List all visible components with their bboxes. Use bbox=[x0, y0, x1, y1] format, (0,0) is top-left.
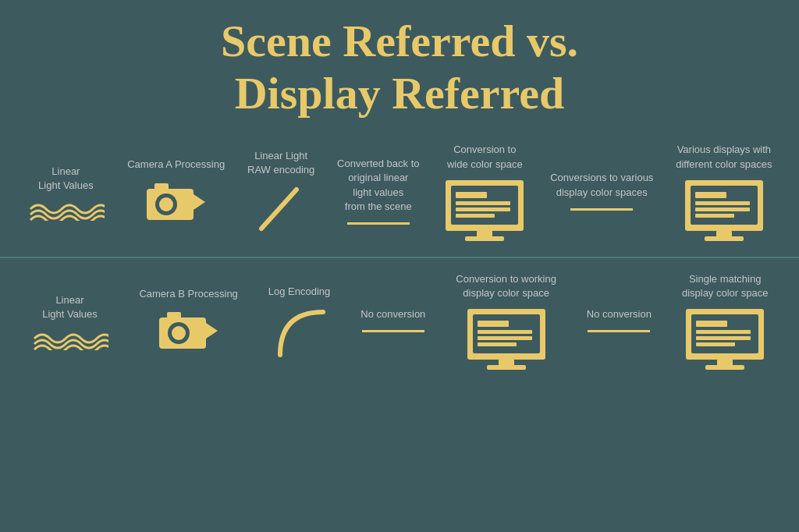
label-working-display: Conversion to workingdisplay color space bbox=[456, 272, 556, 300]
top-row: LinearLight Values Camera A Processing L… bbox=[0, 135, 799, 250]
svg-rect-29 bbox=[478, 321, 509, 327]
col-camera-a: Camera A Processing bbox=[127, 158, 225, 227]
svg-rect-33 bbox=[499, 360, 514, 366]
svg-rect-31 bbox=[478, 336, 532, 340]
label-raw-encoding-top: Linear LightRAW encoding bbox=[247, 149, 314, 177]
label-no-conversion-2: No conversion bbox=[587, 307, 652, 321]
title-line2: Display Referred bbox=[0, 68, 799, 120]
raw-encoding-icon bbox=[254, 182, 308, 236]
svg-rect-8 bbox=[456, 192, 487, 198]
svg-rect-12 bbox=[477, 231, 492, 237]
col-no-conversion-2: No conversion bbox=[587, 307, 652, 336]
svg-rect-39 bbox=[696, 336, 751, 340]
svg-rect-19 bbox=[695, 214, 734, 218]
svg-rect-10 bbox=[456, 207, 510, 211]
label-no-conversion-1: No conversion bbox=[360, 307, 425, 321]
svg-rect-40 bbox=[696, 342, 735, 346]
log-encoding-icon bbox=[272, 304, 327, 359]
svg-rect-3 bbox=[154, 183, 169, 191]
row-divider bbox=[0, 257, 799, 258]
col-log-encoding: Log Encoding bbox=[268, 285, 331, 358]
wave-icon-top bbox=[27, 197, 105, 221]
col-monitor2-top: Various displays withdifferent color spa… bbox=[676, 143, 772, 242]
col-conversions-various: Conversions to variousdisplay color spac… bbox=[550, 171, 653, 214]
svg-rect-34 bbox=[487, 365, 526, 370]
label-converted-back: Converted back tooriginal linearlight va… bbox=[337, 157, 420, 214]
label-wide-color: Conversion towide color space bbox=[447, 143, 523, 171]
title-line1: Scene Referred vs. bbox=[0, 16, 799, 68]
svg-rect-21 bbox=[705, 236, 744, 241]
svg-rect-9 bbox=[456, 201, 510, 205]
monitor2-icon bbox=[681, 176, 767, 243]
svg-rect-30 bbox=[478, 330, 532, 334]
svg-rect-42 bbox=[705, 365, 744, 370]
svg-rect-25 bbox=[167, 312, 181, 320]
col-linear-light-bottom: LinearLight Values bbox=[30, 293, 108, 349]
svg-rect-37 bbox=[696, 321, 727, 327]
bottom-row: LinearLight Values Camera B Processing L… bbox=[0, 264, 799, 379]
sep-line-1 bbox=[347, 222, 410, 225]
sep-line-3 bbox=[362, 330, 424, 332]
title-area: Scene Referred vs. Display Referred bbox=[0, 0, 799, 127]
monitor3-icon bbox=[463, 305, 549, 371]
svg-marker-4 bbox=[194, 194, 205, 210]
label-conversions-various: Conversions to variousdisplay color spac… bbox=[550, 171, 653, 199]
col-camera-b: Camera B Processing bbox=[139, 287, 237, 356]
label-various-displays: Various displays withdifferent color spa… bbox=[676, 143, 772, 171]
svg-rect-20 bbox=[716, 231, 732, 237]
label-camera-b: Camera B Processing bbox=[139, 287, 237, 301]
svg-line-5 bbox=[261, 190, 297, 229]
camera-b-icon bbox=[155, 306, 222, 356]
svg-rect-13 bbox=[465, 236, 504, 241]
svg-rect-16 bbox=[695, 192, 726, 198]
monitor1-icon bbox=[442, 176, 527, 243]
camera-a-icon bbox=[143, 177, 209, 228]
svg-rect-32 bbox=[478, 342, 517, 346]
col-linear-light-top: LinearLight Values bbox=[27, 165, 105, 221]
label-linear-light-bottom: LinearLight Values bbox=[42, 293, 98, 321]
sep-line-2 bbox=[570, 208, 633, 211]
label-linear-light-top: LinearLight Values bbox=[38, 165, 94, 193]
sep-line-4 bbox=[588, 330, 650, 332]
col-raw-encoding-top: Linear LightRAW encoding bbox=[247, 149, 314, 236]
col-monitor1-top: Conversion towide color space bbox=[442, 143, 527, 242]
col-converted-back: Converted back tooriginal linearlight va… bbox=[337, 157, 420, 229]
label-single-matching: Single matchingdisplay color space bbox=[682, 272, 769, 300]
svg-rect-17 bbox=[695, 201, 750, 205]
svg-rect-38 bbox=[696, 330, 751, 334]
svg-rect-41 bbox=[717, 360, 733, 366]
svg-point-2 bbox=[159, 197, 173, 211]
label-log-encoding: Log Encoding bbox=[268, 285, 331, 299]
svg-marker-26 bbox=[206, 323, 218, 339]
col-no-conversion-1: No conversion bbox=[360, 307, 425, 336]
col-monitor1-bottom: Conversion to workingdisplay color space bbox=[456, 272, 556, 371]
label-camera-a: Camera A Processing bbox=[127, 158, 225, 172]
monitor4-icon bbox=[682, 305, 768, 371]
wave-icon-bottom bbox=[30, 327, 108, 350]
svg-rect-11 bbox=[456, 214, 495, 218]
svg-point-24 bbox=[172, 326, 186, 340]
col-monitor2-bottom: Single matchingdisplay color space bbox=[682, 272, 769, 371]
svg-rect-18 bbox=[695, 207, 750, 211]
